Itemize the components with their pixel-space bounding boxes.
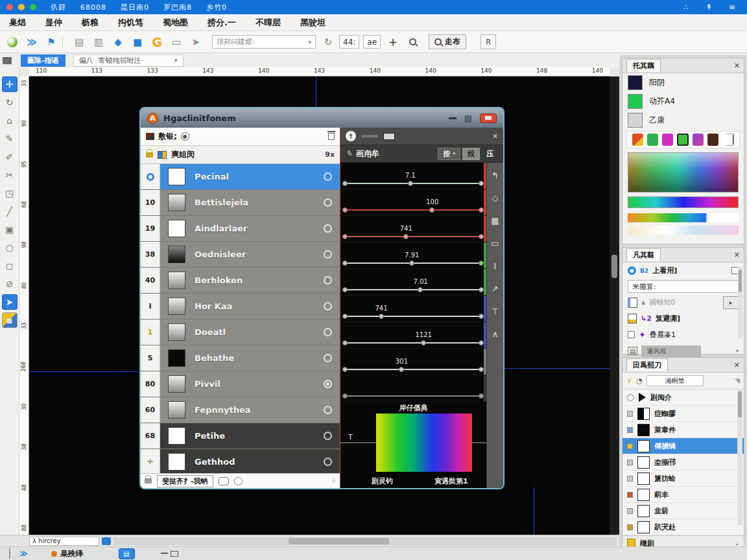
gradient-preview-swatch[interactable] (376, 414, 472, 472)
list-item[interactable]: 38 Oednisleer (141, 242, 340, 268)
document-dropdown[interactable]: 偏八 寄锒纯筘咐注· ▾ (73, 54, 184, 67)
curve-point[interactable] (342, 367, 348, 372)
taskbar-window-item[interactable]: 一 (161, 548, 178, 559)
curve-row[interactable]: 741 (340, 216, 486, 242)
zoom-traffic-light[interactable] (30, 4, 36, 10)
dialog-minimize-icon[interactable] (449, 117, 456, 119)
pale-gradient-bar[interactable] (628, 226, 739, 235)
curve-point[interactable] (342, 181, 348, 186)
layer-row[interactable]: 症蜘豂 (622, 406, 744, 422)
curve-point[interactable] (409, 261, 414, 266)
list-item[interactable]: I Hor Kaa (141, 294, 340, 320)
curve-point[interactable] (429, 207, 434, 213)
item-swatch[interactable] (168, 220, 185, 237)
trash-icon[interactable] (328, 133, 335, 140)
list-item[interactable]: Pecinal (141, 164, 340, 190)
item-radio[interactable] (324, 354, 332, 362)
swatch-icon[interactable] (722, 134, 734, 146)
curve-point[interactable] (479, 181, 484, 186)
layers-scrollbar[interactable] (737, 390, 742, 525)
property-row[interactable]: ● B2 上看用] (622, 262, 744, 279)
hue-bar[interactable] (628, 196, 739, 208)
up-arrow-circle-icon[interactable]: ↑ (346, 131, 356, 141)
item-radio[interactable] (324, 172, 332, 181)
footer-circle-button[interactable] (234, 477, 243, 485)
layers-search-input[interactable]: 湘梸禁 (646, 375, 704, 386)
item-radio[interactable] (324, 224, 332, 233)
color-swatch[interactable] (628, 94, 643, 109)
layer-row-selected[interactable]: 傅掳绱 (622, 438, 744, 454)
folder-icon[interactable]: ◆ (111, 35, 125, 49)
curve-row[interactable]: 7.01 (340, 269, 486, 296)
titlebar-menu-1[interactable]: 68008 (80, 3, 106, 12)
list-item[interactable]: 40 Berhloken (141, 268, 340, 294)
rotate-tool[interactable]: ↻ (2, 95, 18, 110)
layer-row[interactable]: 萊韋件 (622, 422, 744, 438)
item-swatch[interactable] (168, 453, 185, 471)
titlebar-menu-3[interactable]: 罗巴南8 (163, 3, 192, 12)
resize-grip-icon[interactable]: ⠿ (331, 478, 336, 484)
mode-button-1[interactable]: 炈 (462, 148, 480, 160)
property-row[interactable]: ▲ 捕蚰知0 ▸ (622, 294, 744, 310)
curve-row[interactable]: 7.91 (340, 242, 486, 269)
visibility-ring-icon[interactable] (627, 394, 634, 401)
lock-icon[interactable] (146, 152, 153, 158)
dialog-close-button[interactable] (480, 113, 497, 123)
shape-icon[interactable]: ▭ (490, 237, 501, 249)
item-swatch[interactable] (168, 427, 185, 445)
preset-dropdown[interactable]: 排邦问建煨: ▾ (212, 35, 316, 49)
item-swatch[interactable] (168, 375, 185, 393)
menu-item-4[interactable]: 蜀地壆 (163, 17, 188, 29)
hamburger-menu-icon[interactable]: ≡ (729, 3, 735, 12)
item-radio[interactable] (324, 458, 332, 466)
grid-icon[interactable]: ▦ (490, 215, 501, 226)
plane-icon[interactable]: ➤ (189, 35, 203, 49)
color-item[interactable]: 动芥A4 (622, 92, 744, 111)
scrollbar-thumb[interactable] (611, 255, 617, 278)
filter-icon[interactable]: ◥ (735, 377, 740, 384)
curve-point[interactable] (479, 234, 484, 239)
curve-point[interactable] (379, 314, 384, 319)
layer-type-icon[interactable] (627, 476, 633, 482)
curve-row[interactable]: 7.1 (340, 163, 486, 189)
menu-item-3[interactable]: 抅饥笃 (118, 17, 143, 29)
titlebar-menu-2[interactable]: 昆日南0 (121, 3, 149, 12)
layer-type-icon[interactable] (627, 427, 633, 433)
layer-row[interactable]: 篪㧍蛤 (622, 471, 744, 487)
clock-icon[interactable]: ◔ (636, 377, 643, 385)
tee-icon[interactable]: ⊤ (490, 305, 501, 317)
menu-item-5[interactable]: 捞分.一 (208, 17, 236, 29)
document-tab[interactable]: 匾陈-指谣 (21, 54, 65, 67)
curve-point[interactable] (399, 367, 404, 372)
swatch-icon[interactable] (662, 134, 673, 146)
run-button[interactable]: 走布 (429, 34, 466, 49)
shapes-tool[interactable]: ▣ (2, 222, 18, 237)
curve-row[interactable]: 100 (340, 189, 486, 216)
item-swatch[interactable] (168, 323, 185, 341)
curve-point[interactable] (342, 393, 348, 399)
lightning-icon[interactable]: ⚡ (626, 376, 632, 386)
layer-type-icon[interactable] (627, 460, 633, 465)
swatch-icon[interactable] (632, 134, 643, 146)
curve-row[interactable]: 741 (340, 296, 486, 322)
resize-icon[interactable]: ✕ (492, 132, 498, 141)
curve-point[interactable] (421, 340, 426, 345)
active-radio-icon[interactable] (147, 173, 154, 181)
curve-point[interactable] (342, 314, 348, 319)
item-radio-selected[interactable] (324, 380, 332, 388)
curve-point[interactable] (342, 261, 348, 266)
item-swatch[interactable] (168, 401, 185, 419)
canvas-horizontal-scrollbar[interactable] (113, 537, 617, 545)
polygon-icon[interactable]: ◇ (490, 192, 501, 204)
hsv-color-field[interactable] (628, 152, 739, 192)
dialog-titlebar[interactable]: A Hgaclinitfonem ▤ (141, 108, 503, 128)
curve-point[interactable] (479, 340, 484, 345)
guide-vertical-bottom[interactable] (534, 487, 534, 535)
taskbar-app-item[interactable]: 臬殃绎 (51, 548, 84, 559)
curve-point[interactable] (479, 287, 484, 292)
menu-item-0[interactable]: 臬焻 (9, 17, 26, 29)
mode-button-2[interactable]: 压 (482, 148, 498, 160)
properties-scrollbar[interactable] (738, 267, 742, 338)
curve-row[interactable] (340, 375, 486, 402)
color-item[interactable]: 乙康 (622, 111, 744, 130)
